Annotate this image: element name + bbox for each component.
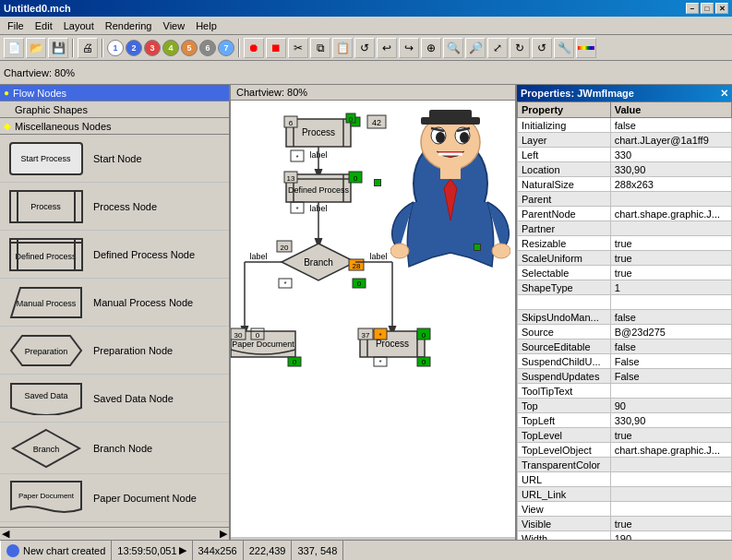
duplicate-button[interactable]: ⊕ — [421, 38, 441, 58]
props-row-4[interactable]: NaturalSize288x263 — [518, 177, 732, 192]
properties-table-wrap: Property Value InitializingfalseLayercha… — [517, 101, 732, 540]
props-row-22[interactable]: TopLevelObjectchart.shape.graphic.J... — [518, 443, 732, 458]
stop-button[interactable]: ⏹ — [266, 38, 286, 58]
list-item-preparation[interactable]: Preparation Preparation Node — [0, 327, 229, 375]
props-row-25[interactable]: URL_Link — [518, 487, 732, 502]
props-row-0[interactable]: Initializingfalse — [518, 118, 732, 133]
list-item-start-process[interactable]: Start Process Start Node — [0, 135, 229, 183]
menu-help[interactable]: Help — [190, 18, 222, 33]
props-row-3[interactable]: Location330,90 — [518, 162, 732, 177]
svg-text:0: 0 — [349, 116, 353, 123]
props-row-1[interactable]: Layerchart.JLayer@1a1ff9 — [518, 133, 732, 148]
props-row-26[interactable]: View — [518, 502, 732, 517]
props-row-23[interactable]: TransparentColor — [518, 458, 732, 472]
num-btn-3[interactable]: 3 — [144, 40, 161, 56]
rotate-cw-button[interactable]: ↻ — [510, 38, 530, 58]
list-item-manual-process[interactable]: Manual Process Manual Process Node — [0, 279, 229, 327]
zoom-out-button[interactable]: 🔎 — [465, 38, 486, 58]
close-button[interactable]: ✕ — [715, 3, 728, 14]
refresh-button[interactable]: ↺ — [354, 38, 375, 58]
num-btn-6[interactable]: 6 — [199, 40, 216, 56]
svg-text:*: * — [378, 331, 381, 340]
selection-handle-right[interactable] — [374, 179, 381, 186]
record-button[interactable]: ⏺ — [244, 38, 264, 58]
props-row-24[interactable]: URL — [518, 472, 732, 487]
tab-flow-nodes[interactable]: ● Flow Nodes — [0, 85, 229, 101]
tab-graphic-shapes[interactable]: ◆ Graphic Shapes — [0, 101, 229, 118]
list-item-paper-document[interactable]: Paper Document Paper Document Node — [0, 474, 229, 522]
props-row-13[interactable]: SkipsUndoMan...false — [518, 310, 732, 325]
list-item-saved-data[interactable]: Saved Data Saved Data Node — [0, 375, 229, 423]
prop-val-18 — [610, 384, 731, 399]
panel-scrollbar-area: ◀ ▶ — [0, 527, 229, 540]
props-row-5[interactable]: Parent — [518, 192, 732, 207]
props-row-17[interactable]: SuspendUpdatesFalse — [518, 369, 732, 384]
scroll-left[interactable]: ◀ — [2, 528, 9, 540]
num-btn-4[interactable]: 4 — [162, 40, 179, 56]
prop-val-19: 90 — [610, 399, 731, 413]
tab-misc-nodes[interactable]: ◆ Miscellaneous Nodes — [0, 118, 229, 135]
menu-edit[interactable]: Edit — [30, 18, 58, 33]
props-row-28[interactable]: Width190 — [518, 531, 732, 541]
label-defined-process: Defined Process Node — [93, 249, 195, 260]
num-btn-1[interactable]: 1 — [107, 40, 124, 56]
zoom-in-button[interactable]: 🔍 — [443, 38, 463, 58]
undo-button[interactable]: ↩ — [377, 38, 397, 58]
left-panel: ● Flow Nodes ◆ Graphic Shapes ◆ Miscella… — [0, 85, 231, 540]
props-row-6[interactable]: ParentNodechart.shape.graphic.J... — [518, 207, 732, 221]
props-row-2[interactable]: Left330 — [518, 148, 732, 162]
maximize-button[interactable]: □ — [701, 3, 714, 14]
props-row-16[interactable]: SuspendChildU...False — [518, 354, 732, 369]
canvas-content[interactable]: Process label 6 * Defined Process label — [231, 101, 515, 537]
menu-file[interactable]: File — [2, 18, 30, 33]
scissors-button[interactable]: ✂ — [288, 38, 308, 58]
menu-layout[interactable]: Layout — [58, 18, 100, 33]
new-button[interactable]: 📄 — [4, 38, 24, 58]
list-item-branch[interactable]: Branch Branch Node — [0, 423, 229, 474]
print-button[interactable]: 🖨 — [78, 38, 98, 58]
prop-val-28: 190 — [610, 531, 731, 541]
list-item-process[interactable]: Process Process Node — [0, 183, 229, 231]
num-btn-5[interactable]: 5 — [181, 40, 198, 56]
props-row-11[interactable]: ShapeType1 — [518, 280, 732, 295]
save-button[interactable]: 💾 — [48, 38, 68, 58]
list-item-defined-process[interactable]: Defined Process Defined Process Node — [0, 231, 229, 279]
rotate-ccw-button[interactable]: ↺ — [532, 38, 552, 58]
prop-val-10: true — [610, 266, 731, 280]
svg-text:Process: Process — [302, 127, 335, 137]
col-property: Property — [518, 102, 611, 118]
open-button[interactable]: 📂 — [26, 38, 46, 58]
copy-button[interactable]: ⧉ — [310, 38, 330, 58]
props-row-10[interactable]: Selectabletrue — [518, 266, 732, 280]
selection-handle-bottom[interactable] — [474, 244, 481, 251]
shape-preparation: Preparation — [2, 334, 90, 367]
props-row-27[interactable]: Visibletrue — [518, 517, 732, 531]
tools-button[interactable]: 🔧 — [554, 38, 574, 58]
props-row-20[interactable]: TopLeft330,90 — [518, 413, 732, 428]
minimize-button[interactable]: − — [686, 3, 699, 14]
num-btn-7[interactable]: 7 — [218, 40, 234, 56]
menu-rendering[interactable]: Rendering — [100, 18, 158, 33]
props-row-12[interactable]: Size190x170 — [518, 295, 732, 310]
scroll-right[interactable]: ▶ — [220, 528, 227, 540]
props-row-7[interactable]: Partner — [518, 221, 732, 236]
prop-name-24: URL — [518, 472, 611, 487]
props-row-15[interactable]: SourceEditablefalse — [518, 340, 732, 354]
props-row-8[interactable]: Resizabletrue — [518, 236, 732, 251]
fit-button[interactable]: ⤢ — [487, 38, 508, 58]
paste-button[interactable]: 📋 — [332, 38, 353, 58]
redo-button[interactable]: ↪ — [399, 38, 419, 58]
svg-point-80 — [436, 132, 445, 143]
menu-view[interactable]: View — [158, 18, 191, 33]
props-row-14[interactable]: SourceB@23d275 — [518, 325, 732, 340]
color-button[interactable] — [576, 38, 596, 58]
props-row-18[interactable]: ToolTipText — [518, 384, 732, 399]
properties-close[interactable]: ✕ — [720, 88, 728, 100]
props-row-9[interactable]: ScaleUniformtrue — [518, 251, 732, 266]
svg-text:6: 6 — [289, 119, 294, 127]
status-dimensions-text: 344x256 — [198, 545, 237, 556]
num-btn-2[interactable]: 2 — [126, 40, 142, 56]
props-row-21[interactable]: TopLeveltrue — [518, 428, 732, 443]
props-row-19[interactable]: Top90 — [518, 399, 732, 413]
title-bar: Untitled0.mch − □ ✕ — [0, 0, 732, 17]
